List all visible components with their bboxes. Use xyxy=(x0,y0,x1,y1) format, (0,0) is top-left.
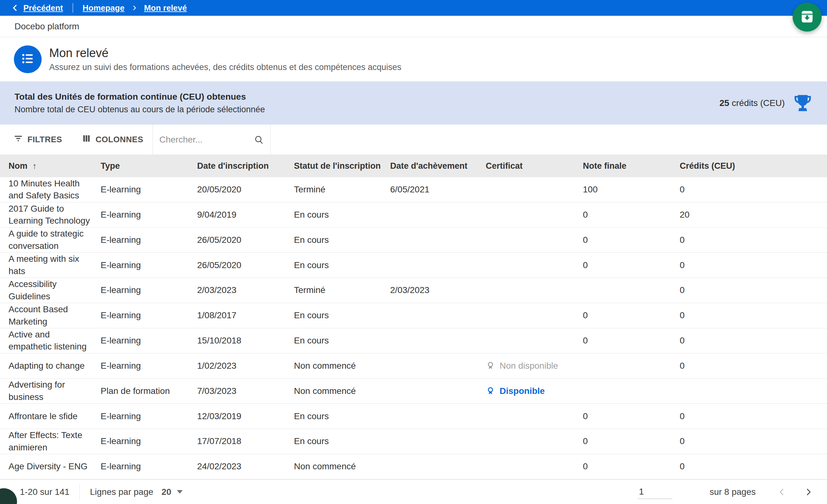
cell-type: E-learning xyxy=(92,309,189,322)
table-row[interactable]: 10 Minutes Health and Safety Basics E-le… xyxy=(0,177,827,202)
cell-enroll-date: 20/05/2020 xyxy=(189,184,285,196)
cell-course-name: After Effects: Texte animieren xyxy=(0,429,92,454)
column-label: Date d'achèvement xyxy=(390,161,468,171)
table-row[interactable]: Adapting to change E-learning 1/02/2023 … xyxy=(0,354,827,379)
chevron-left-icon xyxy=(11,4,19,12)
breadcrumb-current-link[interactable]: Mon relevé xyxy=(144,3,187,13)
column-header-type[interactable]: Type xyxy=(92,161,189,171)
search-box xyxy=(153,124,271,155)
cell-credits: 0 xyxy=(671,259,827,271)
rows-per-page-value: 20 xyxy=(161,487,171,497)
column-header-statut[interactable]: Statut de l'inscription xyxy=(285,161,382,171)
column-header-credits[interactable]: Crédits (CEU) xyxy=(671,161,827,171)
cell-course-name: Account Based Marketing xyxy=(0,303,92,328)
cell-credits: 0 xyxy=(671,410,827,422)
column-label: Date d'inscription xyxy=(197,161,269,171)
cell-type: E-learning xyxy=(92,335,189,347)
table-row[interactable]: A meeting with six hats E-learning 26/05… xyxy=(0,253,827,278)
columns-button[interactable]: COLONNES xyxy=(82,134,143,145)
cell-type: E-learning xyxy=(92,460,189,473)
cell-course-name: Advertising for business xyxy=(0,379,92,403)
cell-credits: 0 xyxy=(671,460,827,473)
cell-credits: 0 xyxy=(671,234,827,246)
columns-label: COLONNES xyxy=(96,135,143,144)
table-row[interactable]: Accessibility Guidelines E-learning 2/03… xyxy=(0,278,827,303)
pagination-divider xyxy=(80,484,80,500)
ceu-summary-band: Total des Unités de formation continue (… xyxy=(0,82,827,124)
table-row[interactable]: After Effects: Texte animieren E-learnin… xyxy=(0,429,827,454)
certificate-ribbon-icon xyxy=(486,386,495,396)
breadcrumb-homepage-link[interactable]: Homepage xyxy=(83,3,125,13)
certificate-ribbon-icon xyxy=(486,361,495,370)
table-row[interactable]: 2017 Guide to Learning Technology E-lear… xyxy=(0,202,827,228)
cell-final-score: 0 xyxy=(574,335,671,347)
table-toolbar: FILTRES COLONNES xyxy=(0,124,827,155)
columns-icon xyxy=(82,134,91,145)
cell-certificate[interactable]: Non disponible xyxy=(477,360,574,372)
column-label: Crédits (CEU) xyxy=(680,161,735,171)
column-label: Statut de l'inscription xyxy=(294,161,381,171)
cell-completion-date: 6/05/2021 xyxy=(382,184,477,196)
table-row[interactable]: Account Based Marketing E-learning 1/08/… xyxy=(0,303,827,328)
bullet-list-icon xyxy=(20,51,35,67)
cell-enroll-date: 26/05/2020 xyxy=(189,259,285,271)
cell-credits: 0 xyxy=(671,309,827,322)
filters-button[interactable]: FILTRES xyxy=(13,134,62,145)
sort-ascending-icon[interactable]: ↑ xyxy=(33,161,37,171)
cell-final-score: 0 xyxy=(574,435,671,448)
table-row[interactable]: Advertising for business Plan de formati… xyxy=(0,379,827,404)
column-header-certificat[interactable]: Certificat xyxy=(477,161,574,171)
rows-per-page-select[interactable]: 20 xyxy=(161,487,183,497)
topbar-divider xyxy=(72,3,73,13)
column-header-note-finale[interactable]: Note finale xyxy=(574,161,671,171)
column-label: Nom xyxy=(8,161,28,171)
search-icon[interactable] xyxy=(254,135,264,145)
cell-type: E-learning xyxy=(92,184,189,196)
filters-label: FILTRES xyxy=(28,135,62,144)
cell-enroll-date: 1/08/2017 xyxy=(189,309,285,322)
certificate-label: Non disponible xyxy=(500,360,558,372)
previous-page-button[interactable] xyxy=(776,486,788,498)
search-input[interactable] xyxy=(159,135,254,145)
cell-final-score: 0 xyxy=(574,234,671,246)
cell-type: E-learning xyxy=(92,259,189,271)
cell-credits: 0 xyxy=(671,435,827,448)
table-row[interactable]: Active and empathetic listening E-learni… xyxy=(0,328,827,354)
table-row[interactable]: Affrontare le sfide E-learning 12/03/201… xyxy=(0,404,827,429)
column-header-nom[interactable]: Nom ↑ xyxy=(0,161,92,171)
cell-credits: 0 xyxy=(671,284,827,297)
cell-final-score: 0 xyxy=(574,309,671,322)
cell-enroll-date: 26/05/2020 xyxy=(189,234,285,246)
cell-certificate[interactable]: Disponible xyxy=(477,385,574,397)
cell-enroll-date: 2/03/2023 xyxy=(189,284,285,297)
column-label: Note finale xyxy=(583,161,626,171)
filter-list-icon xyxy=(13,134,23,145)
cell-status: Terminé xyxy=(285,284,382,297)
cell-type: E-learning xyxy=(92,435,189,448)
cell-course-name: 2017 Guide to Learning Technology xyxy=(0,203,92,227)
table-row[interactable]: Age Diversity - ENG E-learning 24/02/202… xyxy=(0,454,827,480)
cell-enroll-date: 12/03/2019 xyxy=(189,410,285,422)
page-title: Mon relevé xyxy=(49,46,401,60)
column-header-date-achevement[interactable]: Date d'achèvement xyxy=(382,161,477,171)
back-link[interactable]: Précédent xyxy=(23,3,63,13)
column-header-date-inscription[interactable]: Date d'inscription xyxy=(189,161,285,171)
platform-name-row: Docebo platform xyxy=(0,16,827,37)
cell-credits: 20 xyxy=(671,209,827,221)
table-body: 10 Minutes Health and Safety Basics E-le… xyxy=(0,177,827,480)
export-download-button[interactable] xyxy=(793,3,822,32)
total-pages-label: sur 8 pages xyxy=(710,487,756,497)
cell-status: En cours xyxy=(285,335,382,347)
cell-course-name: A meeting with six hats xyxy=(0,253,92,277)
cell-enroll-date: 24/02/2023 xyxy=(189,460,285,473)
table-row[interactable]: A guide to strategic conversation E-lear… xyxy=(0,228,827,253)
cell-final-score: 0 xyxy=(574,460,671,473)
cell-enroll-date: 9/04/2019 xyxy=(189,209,285,221)
cell-type: E-learning xyxy=(92,234,189,246)
transcript-icon-circle xyxy=(14,45,42,73)
cell-status: Non commencé xyxy=(285,460,382,473)
page-number-input[interactable] xyxy=(638,485,673,499)
table-header-row: Nom ↑ Type Date d'inscription Statut de … xyxy=(0,155,827,177)
cell-course-name: 10 Minutes Health and Safety Basics xyxy=(0,178,92,202)
next-page-button[interactable] xyxy=(802,486,814,498)
